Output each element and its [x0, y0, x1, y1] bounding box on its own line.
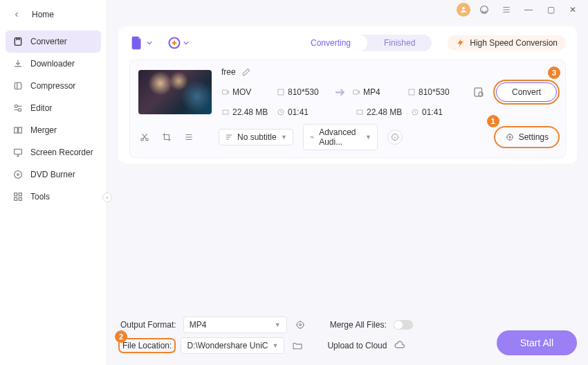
- output-format-dropdown[interactable]: MP4▼: [183, 317, 287, 333]
- svg-point-5: [19, 109, 21, 112]
- lightning-icon: [456, 38, 466, 48]
- arrow-icon: ➔: [335, 84, 345, 100]
- sidebar-item-tools[interactable]: Tools: [6, 186, 101, 208]
- sidebar-item-downloader[interactable]: Downloader: [6, 53, 101, 75]
- high-speed-conversion[interactable]: High Speed Conversion: [448, 35, 566, 51]
- svg-rect-18: [353, 90, 358, 94]
- svg-rect-11: [15, 193, 17, 196]
- svg-point-32: [299, 324, 301, 326]
- svg-rect-17: [278, 89, 284, 95]
- tab-finished[interactable]: Finished: [367, 35, 432, 51]
- open-folder-icon[interactable]: [291, 339, 304, 352]
- svg-rect-14: [19, 197, 21, 200]
- svg-rect-6: [15, 127, 18, 133]
- tabs: Converting Finished: [294, 35, 432, 51]
- back-icon: [12, 10, 21, 19]
- effects-icon[interactable]: [183, 131, 195, 143]
- svg-rect-24: [357, 110, 362, 114]
- footer: Output Format: MP4▼ Merge All Files: Fil…: [120, 317, 577, 358]
- sidebar-item-merger[interactable]: Merger: [6, 119, 101, 141]
- callout-3: 3: [548, 66, 560, 79]
- video-icon: [352, 88, 360, 96]
- callout-2: 2: [115, 330, 127, 343]
- svg-rect-7: [19, 127, 22, 133]
- sidebar-item-converter[interactable]: Converter: [6, 30, 101, 53]
- output-settings-icon[interactable]: [294, 319, 306, 331]
- output-format-label: Output Format:: [120, 320, 176, 330]
- merge-label: Merge All Files:: [330, 320, 387, 330]
- clock-icon: [277, 108, 285, 116]
- chevron-down-icon: [183, 40, 189, 46]
- crop-icon[interactable]: [160, 131, 173, 143]
- svg-point-30: [508, 136, 510, 138]
- conversion-item: free MOV 810*530 ➔ MP4 810*530 Convert3 …: [129, 60, 566, 158]
- svg-point-9: [15, 171, 22, 179]
- svg-rect-19: [409, 89, 414, 95]
- size-icon: [356, 108, 364, 116]
- clock-icon: [411, 108, 419, 116]
- audio-icon: [309, 133, 315, 141]
- cut-icon[interactable]: [138, 131, 151, 143]
- svg-rect-16: [223, 90, 228, 94]
- svg-rect-12: [19, 193, 21, 196]
- chevron-down-icon: [147, 40, 152, 46]
- resolution-icon: [277, 88, 285, 96]
- tab-converting[interactable]: Converting: [294, 35, 367, 51]
- svg-rect-22: [223, 110, 228, 114]
- svg-point-29: [507, 134, 513, 140]
- video-icon: [221, 88, 230, 96]
- merge-toggle[interactable]: [394, 320, 413, 330]
- target-icon: [505, 132, 515, 142]
- file-location-label: File Location:2: [120, 340, 174, 351]
- item-settings-icon[interactable]: [471, 84, 486, 100]
- svg-rect-3: [15, 82, 21, 89]
- video-title: free: [221, 67, 236, 77]
- sidebar: Home Converter Downloader Compressor Edi…: [0, 0, 107, 365]
- sidebar-item-screen-recorder[interactable]: Screen Recorder: [6, 141, 101, 163]
- start-all-button[interactable]: Start All: [497, 330, 577, 355]
- home-link[interactable]: Home: [0, 0, 107, 26]
- svg-point-10: [17, 174, 19, 176]
- home-label: Home: [32, 10, 54, 19]
- sidebar-item-dvd-burner[interactable]: DVD Burner: [6, 163, 101, 186]
- svg-rect-13: [15, 197, 17, 200]
- size-icon: [221, 108, 230, 116]
- file-location-dropdown[interactable]: D:\Wondershare UniConverter 1▼: [181, 337, 284, 354]
- callout-1: 1: [487, 115, 499, 127]
- edit-icon[interactable]: [241, 67, 251, 77]
- info-icon[interactable]: [387, 130, 403, 145]
- sidebar-item-compressor[interactable]: Compressor: [6, 75, 101, 97]
- svg-rect-8: [15, 149, 22, 154]
- converter-panel: Converting Finished High Speed Conversio…: [118, 26, 577, 163]
- upload-label: Upload to Cloud: [327, 341, 387, 350]
- sidebar-item-editor[interactable]: Editor: [6, 97, 101, 119]
- settings-button[interactable]: Settings 1: [497, 129, 557, 145]
- add-url-button[interactable]: [167, 36, 189, 50]
- svg-point-31: [297, 321, 303, 328]
- convert-button[interactable]: Convert3: [496, 82, 557, 102]
- cloud-icon[interactable]: [394, 339, 406, 352]
- main-area: Converting Finished High Speed Conversio…: [107, 0, 588, 365]
- subtitle-icon: [225, 133, 233, 141]
- add-file-button[interactable]: [129, 35, 152, 51]
- video-thumbnail[interactable]: [138, 70, 212, 114]
- subtitle-dropdown[interactable]: No subtitle▼: [219, 129, 293, 145]
- svg-point-4: [15, 105, 17, 107]
- audio-dropdown[interactable]: Advanced Audi...▼: [303, 124, 378, 150]
- resolution-icon: [407, 88, 416, 96]
